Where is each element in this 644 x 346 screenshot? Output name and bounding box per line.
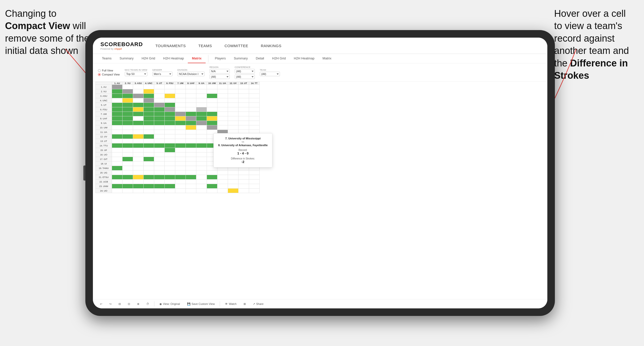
matrix-cell[interactable] bbox=[175, 139, 186, 143]
table-row[interactable]: 9. UA bbox=[96, 121, 260, 125]
matrix-cell[interactable] bbox=[249, 175, 260, 180]
matrix-cell[interactable] bbox=[228, 107, 239, 112]
matrix-cell[interactable] bbox=[165, 89, 175, 94]
matrix-cell[interactable] bbox=[154, 130, 165, 134]
matrix-cell[interactable] bbox=[144, 116, 154, 121]
matrix-cell[interactable] bbox=[207, 189, 217, 193]
full-view-radio[interactable] bbox=[98, 69, 101, 72]
matrix-cell[interactable] bbox=[112, 152, 123, 157]
matrix-cell[interactable] bbox=[154, 175, 165, 180]
matrix-cell[interactable] bbox=[123, 121, 133, 125]
table-row[interactable]: 24. UO bbox=[96, 189, 260, 193]
matrix-cell[interactable] bbox=[133, 134, 144, 139]
matrix-cell[interactable] bbox=[175, 148, 186, 152]
matrix-cell[interactable] bbox=[249, 121, 260, 125]
matrix-cell[interactable] bbox=[144, 170, 154, 175]
matrix-cell[interactable] bbox=[207, 94, 217, 98]
matrix-cell[interactable] bbox=[249, 94, 260, 98]
team-select[interactable]: (All) bbox=[260, 72, 280, 76]
matrix-cell[interactable] bbox=[228, 98, 239, 103]
share-button[interactable]: ↗ Share bbox=[251, 302, 265, 306]
matrix-cell[interactable] bbox=[186, 166, 196, 170]
matrix-cell[interactable] bbox=[249, 103, 260, 107]
matrix-cell[interactable] bbox=[165, 148, 175, 152]
matrix-cell[interactable] bbox=[239, 121, 249, 125]
matrix-cell[interactable] bbox=[175, 98, 186, 103]
tab-h2h-grid-players[interactable]: H2H Grid bbox=[268, 54, 290, 63]
matrix-cell[interactable] bbox=[133, 103, 144, 107]
matrix-cell[interactable] bbox=[123, 139, 133, 143]
matrix-cell[interactable] bbox=[123, 112, 133, 116]
region-select2[interactable]: (All) bbox=[210, 74, 230, 79]
matrix-cell[interactable] bbox=[217, 116, 228, 121]
matrix-cell[interactable] bbox=[154, 148, 165, 152]
matrix-cell[interactable] bbox=[123, 170, 133, 175]
matrix-cell[interactable] bbox=[186, 121, 196, 125]
matrix-cell[interactable] bbox=[144, 89, 154, 94]
matrix-cell[interactable] bbox=[217, 175, 228, 180]
matrix-cell[interactable] bbox=[239, 189, 249, 193]
matrix-cell[interactable] bbox=[186, 112, 196, 116]
matrix-cell[interactable] bbox=[196, 85, 207, 89]
matrix-cell[interactable] bbox=[123, 189, 133, 193]
matrix-cell[interactable] bbox=[249, 107, 260, 112]
matrix-cell[interactable] bbox=[165, 189, 175, 193]
conference-select2[interactable]: (All) bbox=[235, 74, 255, 79]
matrix-cell[interactable] bbox=[165, 116, 175, 121]
matrix-cell[interactable] bbox=[186, 180, 196, 184]
region-select[interactable]: N/A (All) bbox=[210, 69, 230, 73]
matrix-cell[interactable] bbox=[239, 116, 249, 121]
matrix-cell[interactable] bbox=[249, 112, 260, 116]
matrix-cell[interactable] bbox=[228, 189, 239, 193]
matrix-cell[interactable] bbox=[144, 143, 154, 148]
matrix-cell[interactable] bbox=[186, 175, 196, 180]
matrix-cell[interactable] bbox=[154, 184, 165, 189]
matrix-cell[interactable] bbox=[175, 94, 186, 98]
matrix-cell[interactable] bbox=[239, 85, 249, 89]
matrix-cell[interactable] bbox=[217, 85, 228, 89]
matrix-cell[interactable] bbox=[144, 175, 154, 180]
matrix-cell[interactable] bbox=[228, 175, 239, 180]
matrix-cell[interactable] bbox=[217, 94, 228, 98]
matrix-cell[interactable] bbox=[133, 143, 144, 148]
matrix-cell[interactable] bbox=[186, 170, 196, 175]
matrix-cell[interactable] bbox=[123, 157, 133, 161]
matrix-cell[interactable] bbox=[165, 139, 175, 143]
matrix-cell[interactable] bbox=[154, 125, 165, 130]
matrix-cell[interactable] bbox=[112, 166, 123, 170]
matrix-cell[interactable] bbox=[133, 166, 144, 170]
matrix-cell[interactable] bbox=[196, 112, 207, 116]
compact-view-radio[interactable] bbox=[98, 73, 101, 76]
matrix-cell[interactable] bbox=[133, 89, 144, 94]
matrix-cell[interactable] bbox=[112, 103, 123, 107]
matrix-cell[interactable] bbox=[144, 139, 154, 143]
matrix-cell[interactable] bbox=[186, 107, 196, 112]
matrix-cell[interactable] bbox=[112, 134, 123, 139]
matrix-cell[interactable] bbox=[196, 166, 207, 170]
matrix-cell[interactable] bbox=[133, 180, 144, 184]
matrix-cell[interactable] bbox=[112, 107, 123, 112]
matrix-cell[interactable] bbox=[249, 116, 260, 121]
tab-summary-players[interactable]: Summary bbox=[230, 54, 252, 63]
matrix-cell[interactable] bbox=[165, 166, 175, 170]
matrix-cell[interactable] bbox=[217, 112, 228, 116]
matrix-cell[interactable] bbox=[154, 143, 165, 148]
table-row[interactable]: 3. ASU bbox=[96, 94, 260, 98]
matrix-cell[interactable] bbox=[175, 152, 186, 157]
table-row[interactable]: 21. ETSU bbox=[96, 175, 260, 180]
matrix-cell[interactable] bbox=[133, 157, 144, 161]
zoom-reset-button[interactable]: ⊡ bbox=[126, 302, 132, 306]
matrix-cell[interactable] bbox=[175, 89, 186, 94]
tab-detail[interactable]: Detail bbox=[252, 54, 268, 63]
max-teams-select[interactable]: Top 50 Top 25 Top 100 bbox=[125, 72, 147, 76]
matrix-cell[interactable] bbox=[154, 112, 165, 116]
matrix-cell[interactable] bbox=[175, 121, 186, 125]
matrix-cell[interactable] bbox=[154, 189, 165, 193]
matrix-cell[interactable] bbox=[112, 98, 123, 103]
matrix-cell[interactable] bbox=[249, 89, 260, 94]
matrix-cell[interactable] bbox=[196, 175, 207, 180]
matrix-cell[interactable] bbox=[228, 125, 239, 130]
matrix-cell[interactable] bbox=[175, 116, 186, 121]
matrix-cell[interactable] bbox=[196, 189, 207, 193]
matrix-cell[interactable] bbox=[228, 94, 239, 98]
